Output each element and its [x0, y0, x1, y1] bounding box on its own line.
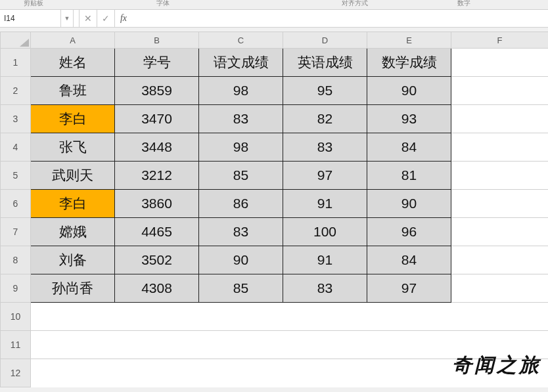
confirm-icon[interactable]: ✓: [97, 10, 115, 27]
cell[interactable]: [451, 77, 549, 105]
col-header-F[interactable]: F: [451, 32, 549, 49]
cell[interactable]: 91: [283, 246, 367, 274]
cell[interactable]: 武则天: [31, 162, 115, 190]
cell[interactable]: 3212: [115, 162, 199, 190]
row-header[interactable]: 9: [1, 274, 31, 303]
cell[interactable]: 3859: [115, 77, 199, 105]
row-header[interactable]: 11: [1, 331, 31, 359]
cell[interactable]: 刘备: [31, 246, 115, 274]
cell[interactable]: 95: [283, 77, 367, 105]
cell[interactable]: 97: [367, 274, 451, 303]
cell[interactable]: 84: [367, 246, 451, 274]
cell[interactable]: 鲁班: [31, 77, 115, 105]
cell[interactable]: 3502: [115, 246, 199, 274]
cell[interactable]: 97: [283, 162, 367, 190]
row-header[interactable]: 7: [1, 218, 31, 246]
col-header-D[interactable]: D: [283, 32, 367, 49]
cell[interactable]: 85: [199, 162, 283, 190]
table-row: 4 张飞 3448 98 83 84: [1, 133, 549, 162]
cell[interactable]: 数学成绩: [367, 49, 451, 77]
cell[interactable]: 语文成绩: [199, 49, 283, 77]
cell[interactable]: [451, 49, 549, 77]
row-header[interactable]: 4: [1, 133, 31, 162]
table-row: 6 李白 3860 86 91 90: [1, 190, 549, 218]
ribbon-fragment: 剪贴板 字体 对齐方式 数字: [0, 0, 548, 9]
cell[interactable]: 90: [367, 190, 451, 218]
cell[interactable]: 91: [283, 190, 367, 218]
table-row: 9 孙尚香 4308 85 83 97: [1, 274, 549, 303]
cell[interactable]: 83: [283, 274, 367, 303]
cell[interactable]: 100: [283, 218, 367, 246]
cell[interactable]: 学号: [115, 49, 199, 77]
cell[interactable]: 81: [367, 162, 451, 190]
formula-input[interactable]: [132, 10, 548, 27]
cell[interactable]: 嫦娥: [31, 218, 115, 246]
col-header-B[interactable]: B: [115, 32, 199, 49]
row-header[interactable]: 5: [1, 162, 31, 190]
cell[interactable]: [451, 133, 549, 162]
row-header[interactable]: 3: [1, 105, 31, 133]
cell[interactable]: 84: [367, 133, 451, 162]
ribbon-label: 对齐方式: [342, 0, 368, 8]
cell[interactable]: [451, 274, 549, 303]
ribbon-label: 剪贴板: [24, 0, 43, 8]
cell[interactable]: 83: [199, 218, 283, 246]
col-header-E[interactable]: E: [367, 32, 451, 49]
cell[interactable]: 98: [199, 133, 283, 162]
table-row: 1 姓名 学号 语文成绩 英语成绩 数学成绩: [1, 49, 549, 77]
cell[interactable]: 82: [283, 105, 367, 133]
cell[interactable]: 93: [367, 105, 451, 133]
cell[interactable]: 姓名: [31, 49, 115, 77]
row-header[interactable]: 6: [1, 190, 31, 218]
row-header[interactable]: 1: [1, 49, 31, 77]
cell[interactable]: 83: [283, 133, 367, 162]
row-header[interactable]: 2: [1, 77, 31, 105]
watermark: 奇闻之旅: [452, 352, 541, 379]
name-box-dropdown-icon[interactable]: ▼: [61, 10, 74, 27]
cell[interactable]: 3470: [115, 105, 199, 133]
cell[interactable]: 85: [199, 274, 283, 303]
ribbon-label: 字体: [156, 0, 170, 8]
cell[interactable]: 90: [199, 246, 283, 274]
cell[interactable]: [451, 190, 549, 218]
column-header-row: A B C D E F: [1, 32, 549, 49]
cell[interactable]: [451, 246, 549, 274]
ribbon-label: 数字: [457, 0, 470, 8]
row-header[interactable]: 12: [1, 359, 31, 387]
cell[interactable]: 98: [199, 77, 283, 105]
table-row: 2 鲁班 3859 98 95 90: [1, 77, 549, 105]
row-header[interactable]: 8: [1, 246, 31, 274]
cell-highlighted[interactable]: 李白: [31, 190, 115, 218]
cell[interactable]: [451, 105, 549, 133]
row-header[interactable]: 10: [1, 303, 31, 331]
cell[interactable]: 3448: [115, 133, 199, 162]
cell[interactable]: 90: [367, 77, 451, 105]
formula-bar: I14 ▼ ✕ ✓ fx: [0, 9, 548, 28]
separator: [74, 10, 80, 27]
cell[interactable]: 3860: [115, 190, 199, 218]
col-header-A[interactable]: A: [31, 32, 115, 49]
cell[interactable]: 4308: [115, 274, 199, 303]
cell[interactable]: 孙尚香: [31, 274, 115, 303]
name-box[interactable]: I14: [0, 10, 61, 27]
spreadsheet-grid[interactable]: A B C D E F 1 姓名 学号 语文成绩 英语成绩 数学成绩 2 鲁班 …: [0, 32, 548, 387]
cell[interactable]: 86: [199, 190, 283, 218]
cell[interactable]: [31, 303, 549, 331]
fx-icon[interactable]: fx: [115, 10, 132, 27]
table-row: 10: [1, 303, 549, 331]
cell[interactable]: 英语成绩: [283, 49, 367, 77]
cell[interactable]: 4465: [115, 218, 199, 246]
cell[interactable]: 83: [199, 105, 283, 133]
select-all-corner[interactable]: [1, 32, 31, 49]
table-row: 5 武则天 3212 85 97 81: [1, 162, 549, 190]
cell[interactable]: [451, 162, 549, 190]
table-row: 3 李白 3470 83 82 93: [1, 105, 549, 133]
cancel-icon[interactable]: ✕: [80, 10, 97, 27]
cell-highlighted[interactable]: 李白: [31, 105, 115, 133]
cell[interactable]: 张飞: [31, 133, 115, 162]
table-row: 7 嫦娥 4465 83 100 96: [1, 218, 549, 246]
cell[interactable]: 96: [367, 218, 451, 246]
col-header-C[interactable]: C: [199, 32, 283, 49]
table-row: 8 刘备 3502 90 91 84: [1, 246, 549, 274]
cell[interactable]: [451, 218, 549, 246]
